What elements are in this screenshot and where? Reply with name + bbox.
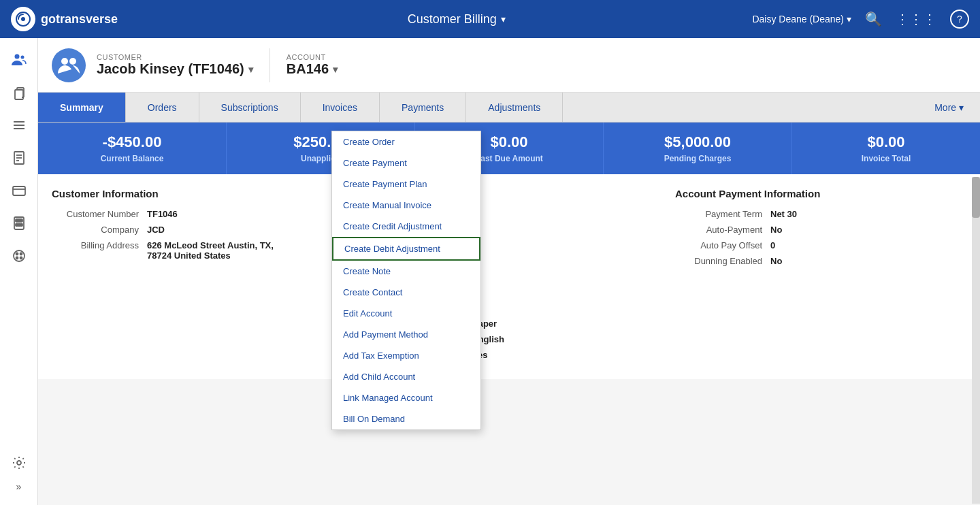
tab-orders[interactable]: Orders: [126, 93, 199, 122]
dropdown-item-add-tax-exemption[interactable]: Add Tax Exemption: [332, 345, 480, 366]
tab-payments[interactable]: Payments: [380, 93, 466, 122]
svg-rect-18: [20, 224, 22, 226]
card-invoice-total: $0.00 Invoice Total: [792, 123, 980, 174]
company-key: Company: [52, 225, 147, 235]
tab-subscriptions[interactable]: Subscriptions: [199, 93, 301, 122]
dropdown-item-add-child-account[interactable]: Add Child Account: [332, 366, 480, 387]
card-current-balance: -$450.00 Current Balance: [38, 123, 227, 174]
info-row-customer-number: Customer Number TF1046: [52, 209, 343, 219]
payment-term-value: Net 30: [770, 209, 797, 219]
auto-pay-offset-value: 0: [770, 240, 775, 250]
payment-info-title: Account Payment Information: [675, 188, 966, 199]
card-pending-charges-value: $5,000.00: [617, 133, 778, 151]
customer-information-section: Customer Information Customer Number TF1…: [52, 188, 343, 365]
sidebar-expand-button[interactable]: »: [5, 476, 33, 497]
logo-area: gotransverse: [11, 7, 161, 31]
billing-address-value: 626 McLeod Street Austin, TX, 78724 Unit…: [147, 240, 283, 261]
sidebar-icon-palette[interactable]: [5, 242, 33, 270]
top-nav: gotransverse Customer Billing ▾ Daisy De…: [0, 0, 980, 38]
sidebar-icon-copy[interactable]: [5, 79, 33, 106]
auto-payment-row: Auto-Payment No: [675, 225, 966, 235]
sidebar-icon-card[interactable]: [5, 177, 33, 204]
app-title: gotransverse: [41, 12, 118, 27]
nav-user-arrow: ▾: [847, 14, 851, 25]
card-invoice-total-value: $0.00: [806, 133, 966, 151]
scrollbar-thumb[interactable]: [972, 177, 980, 218]
grid-icon[interactable]: ⋮⋮⋮: [896, 11, 936, 27]
dropdown-item-create-debit-adjustment[interactable]: Create Debit Adjustment: [332, 237, 480, 261]
tab-more[interactable]: More ▾: [918, 93, 980, 122]
account-label: ACCOUNT: [287, 53, 338, 61]
nav-user[interactable]: Daisy Deane (Deane) ▾: [752, 14, 851, 25]
sidebar-icon-gear[interactable]: [5, 449, 33, 476]
svg-point-22: [16, 257, 18, 259]
customer-info: CUSTOMER Jacob Kinsey (TF1046) ▾: [97, 53, 253, 77]
auto-payment-key: Auto-Payment: [675, 225, 770, 235]
svg-point-24: [17, 461, 21, 465]
info-row-company: Company JCD: [52, 225, 343, 235]
nav-title[interactable]: Customer Billing ▾: [408, 12, 506, 27]
sidebar-icon-calculator[interactable]: [5, 210, 33, 237]
customer-dropdown-arrow: ▾: [248, 64, 253, 75]
sidebar-icon-document[interactable]: [5, 144, 33, 172]
dropdown-item-create-note[interactable]: Create Note: [332, 261, 480, 282]
dropdown-item-add-payment-method[interactable]: Add Payment Method: [332, 324, 480, 345]
dunning-enabled-key: Dunning Enabled: [675, 256, 770, 266]
svg-point-19: [14, 250, 24, 261]
dropdown-item-create-payment-plan[interactable]: Create Payment Plan: [332, 174, 480, 195]
info-row-billing-address: Billing Address 626 McLeod Street Austin…: [52, 240, 343, 261]
card-current-balance-value: -$450.00: [52, 133, 212, 151]
tab-adjustments[interactable]: Adjustments: [466, 93, 563, 122]
customer-header: CUSTOMER Jacob Kinsey (TF1046) ▾ ACCOUNT…: [38, 38, 980, 93]
logo-icon: [11, 7, 35, 31]
card-invoice-total-label: Invoice Total: [806, 154, 966, 163]
svg-rect-17: [18, 224, 20, 226]
svg-point-21: [20, 253, 22, 255]
card-current-balance-label: Current Balance: [52, 154, 212, 163]
svg-point-3: [20, 56, 24, 59]
main-content: CUSTOMER Jacob Kinsey (TF1046) ▾ ACCOUNT…: [38, 38, 980, 505]
help-icon[interactable]: ?: [950, 10, 969, 29]
content-body: Customer Information Customer Number TF1…: [38, 174, 980, 379]
account-id-display[interactable]: BA146 ▾: [287, 61, 338, 77]
header-divider: [270, 48, 270, 82]
dropdown-item-create-credit-adjustment[interactable]: Create Credit Adjustment: [332, 216, 480, 237]
billing-address-key: Billing Address: [52, 240, 147, 261]
svg-point-26: [69, 58, 76, 65]
dropdown-item-create-contact[interactable]: Create Contact: [332, 282, 480, 303]
nav-title-text: Customer Billing: [408, 12, 497, 27]
dropdown-item-edit-account[interactable]: Edit Account: [332, 303, 480, 324]
customer-avatar: [52, 48, 86, 82]
tab-summary[interactable]: Summary: [38, 93, 126, 122]
summary-cards: -$450.00 Current Balance $250.00 Unappli…: [38, 123, 980, 174]
nav-title-arrow: ▾: [501, 14, 506, 25]
dropdown-item-bill-on-demand[interactable]: Bill On Demand: [332, 408, 480, 429]
search-icon[interactable]: 🔍: [865, 11, 882, 27]
dropdown-item-create-payment[interactable]: Create Payment: [332, 152, 480, 174]
sidebar-icon-users[interactable]: [5, 46, 33, 74]
dropdown-item-create-manual-invoice[interactable]: Create Manual Invoice: [332, 195, 480, 216]
customer-name[interactable]: Jacob Kinsey (TF1046) ▾: [97, 61, 253, 77]
dropdown-item-link-managed-account[interactable]: Link Managed Account: [332, 387, 480, 408]
scrollbar[interactable]: [972, 177, 980, 504]
svg-point-23: [20, 257, 22, 259]
auto-pay-offset-row: Auto Pay Offset 0: [675, 240, 966, 250]
customer-number-key: Customer Number: [52, 209, 147, 219]
account-dropdown-arrow: ▾: [333, 64, 338, 75]
dropdown-item-create-order[interactable]: Create Order: [332, 131, 480, 152]
svg-point-20: [16, 253, 18, 255]
account-info-header: ACCOUNT BA146 ▾: [287, 53, 338, 77]
dunning-enabled-value: No: [770, 256, 782, 266]
sidebar-icon-list[interactable]: [5, 112, 33, 139]
svg-rect-12: [13, 186, 25, 195]
auto-pay-offset-key: Auto Pay Offset: [675, 240, 770, 250]
sidebar: »: [0, 38, 38, 505]
auto-payment-value: No: [770, 225, 782, 235]
company-value: JCD: [147, 225, 165, 235]
tab-invoices[interactable]: Invoices: [301, 93, 380, 122]
svg-point-2: [14, 54, 19, 59]
payment-term-key: Payment Term: [675, 209, 770, 219]
svg-rect-15: [16, 219, 22, 222]
card-pending-charges-label: Pending Charges: [617, 154, 778, 163]
sidebar-bottom: »: [5, 449, 33, 497]
